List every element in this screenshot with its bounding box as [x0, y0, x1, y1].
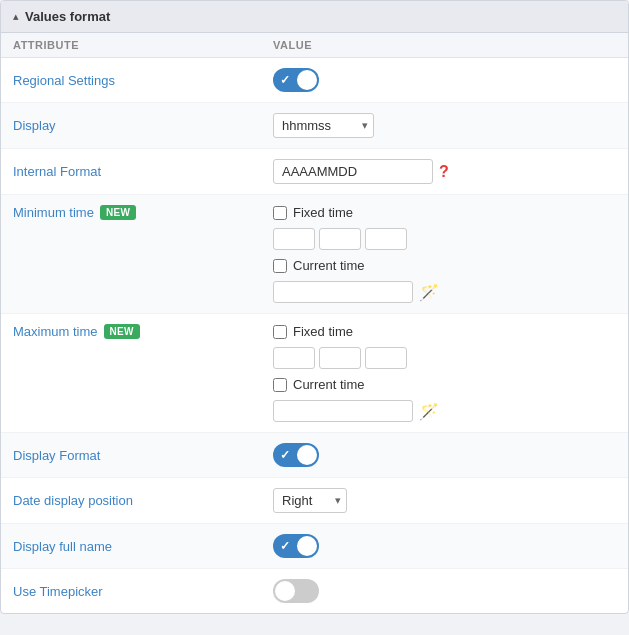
row-display-format: Display Format ✓: [1, 433, 628, 478]
minimum-current-time-input-row: 🪄: [273, 281, 616, 303]
display-full-name-label: Display full name: [13, 539, 273, 554]
maximum-fixed-time-inputs: [273, 347, 616, 369]
date-display-position-select-wrap: Right Left Center ▾: [273, 488, 347, 513]
magic-wand-icon-maximum[interactable]: 🪄: [419, 402, 439, 421]
panel-header: ▴ Values format: [1, 1, 628, 33]
magic-wand-icon-minimum[interactable]: 🪄: [419, 283, 439, 302]
collapse-arrow-icon[interactable]: ▴: [13, 10, 19, 23]
toggle-thumb-dfn: [297, 536, 317, 556]
minimum-time-m[interactable]: [319, 228, 361, 250]
values-format-panel: ▴ Values format ATTRIBUTE VALUE Regional…: [0, 0, 629, 614]
display-select[interactable]: hhmmss hhmm hhmmssms: [273, 113, 374, 138]
minimum-fixed-time-row: Fixed time: [273, 205, 616, 220]
display-format-toggle[interactable]: ✓: [273, 443, 319, 467]
toggle-check-icon-df: ✓: [280, 448, 290, 462]
maximum-current-time-label: Current time: [293, 377, 365, 392]
value-column-header: VALUE: [273, 39, 616, 51]
row-date-display-position: Date display position Right Left Center …: [1, 478, 628, 524]
minimum-time-h[interactable]: [273, 228, 315, 250]
row-minimum-time: Minimum time NEW Fixed time Current time…: [1, 195, 628, 314]
minimum-fixed-time-label: Fixed time: [293, 205, 353, 220]
use-timepicker-value: ✓: [273, 579, 616, 603]
minimum-fixed-time-inputs: [273, 228, 616, 250]
maximum-fixed-time-row: Fixed time: [273, 324, 616, 339]
date-display-position-select[interactable]: Right Left Center: [273, 488, 347, 513]
help-icon[interactable]: ?: [439, 163, 449, 181]
display-format-label: Display Format: [13, 448, 273, 463]
minimum-time-label: Minimum time NEW: [13, 205, 273, 220]
maximum-current-time-row: Current time: [273, 377, 616, 392]
toggle-check-icon: ✓: [280, 73, 290, 87]
minimum-current-time-label: Current time: [293, 258, 365, 273]
row-regional-settings: Regional Settings ✓: [1, 58, 628, 103]
date-display-position-value: Right Left Center ▾: [273, 488, 616, 513]
maximum-fixed-time-checkbox[interactable]: [273, 325, 287, 339]
maximum-current-time-input[interactable]: [273, 400, 413, 422]
regional-settings-toggle[interactable]: ✓: [273, 68, 319, 92]
toggle-thumb-df: [297, 445, 317, 465]
new-badge-minimum: NEW: [100, 205, 136, 220]
maximum-current-time-input-row: 🪄: [273, 400, 616, 422]
row-use-timepicker: Use Timepicker ✓: [1, 569, 628, 613]
maximum-time-value: Fixed time Current time 🪄: [273, 324, 616, 422]
display-full-name-value: ✓: [273, 534, 616, 558]
minimum-current-time-checkbox[interactable]: [273, 259, 287, 273]
internal-format-input[interactable]: [273, 159, 433, 184]
row-maximum-time: Maximum time NEW Fixed time Current time…: [1, 314, 628, 433]
row-display: Display hhmmss hhmm hhmmssms ▾: [1, 103, 628, 149]
display-select-wrap: hhmmss hhmm hhmmssms ▾: [273, 113, 374, 138]
minimum-time-value: Fixed time Current time 🪄: [273, 205, 616, 303]
attribute-column-header: ATTRIBUTE: [13, 39, 273, 51]
minimum-time-s[interactable]: [365, 228, 407, 250]
minimum-current-time-row: Current time: [273, 258, 616, 273]
toggle-thumb: [297, 70, 317, 90]
panel-title: Values format: [25, 9, 110, 24]
display-full-name-toggle[interactable]: ✓: [273, 534, 319, 558]
minimum-fixed-time-checkbox[interactable]: [273, 206, 287, 220]
minimum-current-time-input[interactable]: [273, 281, 413, 303]
maximum-time-m[interactable]: [319, 347, 361, 369]
use-timepicker-toggle[interactable]: ✓: [273, 579, 319, 603]
maximum-time-label: Maximum time NEW: [13, 324, 273, 339]
use-timepicker-label: Use Timepicker: [13, 584, 273, 599]
maximum-current-time-checkbox[interactable]: [273, 378, 287, 392]
new-badge-maximum: NEW: [104, 324, 140, 339]
toggle-check-icon-dfn: ✓: [280, 539, 290, 553]
internal-format-value: ?: [273, 159, 616, 184]
row-internal-format: Internal Format ?: [1, 149, 628, 195]
maximum-fixed-time-label: Fixed time: [293, 324, 353, 339]
display-label: Display: [13, 118, 273, 133]
display-value: hhmmss hhmm hhmmssms ▾: [273, 113, 616, 138]
column-headers: ATTRIBUTE VALUE: [1, 33, 628, 58]
regional-settings-label: Regional Settings: [13, 73, 273, 88]
toggle-thumb-ut: [275, 581, 295, 601]
maximum-time-h[interactable]: [273, 347, 315, 369]
regional-settings-value: ✓: [273, 68, 616, 92]
maximum-time-s[interactable]: [365, 347, 407, 369]
internal-format-label: Internal Format: [13, 164, 273, 179]
row-display-full-name: Display full name ✓: [1, 524, 628, 569]
date-display-position-label: Date display position: [13, 493, 273, 508]
display-format-value: ✓: [273, 443, 616, 467]
